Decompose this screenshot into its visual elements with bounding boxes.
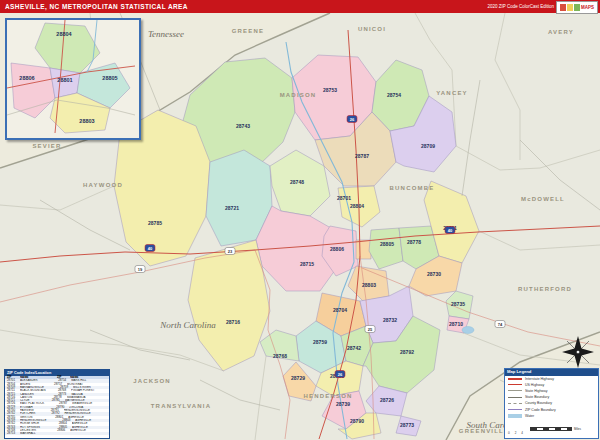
zip-label-28730: 28730 xyxy=(427,271,441,277)
zip-label-28768: 28768 xyxy=(273,353,287,359)
zip-label-28729: 28729 xyxy=(291,375,305,381)
inset-canvas: 2880428806288012880528803 xyxy=(7,20,135,134)
inset-zip-label-28806: 28806 xyxy=(19,75,34,81)
asheville-inset-map: 2880428806288012880528803 xyxy=(5,18,141,140)
county-label-avery: AVERY xyxy=(548,29,574,35)
county-label-transylvania: TRANSYLVANIA xyxy=(151,403,212,409)
inset-zip-label-28804: 28804 xyxy=(56,31,72,37)
zip-label-28753: 28753 xyxy=(323,87,337,93)
state-label-tennessee: Tennessee xyxy=(148,29,184,39)
page-title: ASHEVILLE, NC METROPOLITAN STATISTICAL A… xyxy=(5,3,188,10)
legend-symbol-county-boundary xyxy=(508,403,522,404)
zip-label-28710: 28710 xyxy=(449,321,463,327)
zip-label-28721: 28721 xyxy=(225,205,239,211)
zip-label-28805: 28805 xyxy=(380,241,394,247)
zip-label-28790: 28790 xyxy=(350,418,364,424)
legend-label: County Boundary xyxy=(525,401,552,405)
zip-label-28804: 28804 xyxy=(350,203,364,209)
logo-swatch-icon xyxy=(567,4,573,11)
legend-symbol-interstate xyxy=(508,378,522,380)
county-label-rutherford: RUTHERFORD xyxy=(518,286,572,292)
logo-swatch-icon xyxy=(560,4,566,11)
zip-label-28701: 28701 xyxy=(337,195,351,201)
zip-region-28805 xyxy=(369,228,403,269)
zip-label-28743: 28743 xyxy=(236,123,250,129)
highway-shield-label-40: 40 xyxy=(448,228,453,233)
zip-label-28742: 28742 xyxy=(347,345,361,351)
zip-label-28715: 28715 xyxy=(300,261,314,267)
legend-symbol-water xyxy=(508,414,522,418)
county-label-jackson: JACKSON xyxy=(133,378,171,384)
highway-shield-label-74: 74 xyxy=(498,322,503,327)
scale-bar xyxy=(530,427,572,432)
legend-label: Water xyxy=(525,414,534,418)
zip-label-28759: 28759 xyxy=(313,339,327,345)
header-bar: ASHEVILLE, NC METROPOLITAN STATISTICAL A… xyxy=(0,0,600,13)
zip-label-28792: 28792 xyxy=(400,349,414,355)
map-page: { "header": { "title": "ASHEVILLE, NC ME… xyxy=(0,0,600,440)
edition-label: 2020 ZIP Code ColorCast Edition xyxy=(488,4,554,9)
zip-index-rows: 28701ALEXANDER28754MARS HILL28704ARDEN28… xyxy=(5,379,109,435)
county-label-haywood: HAYWOOD xyxy=(83,182,123,188)
zip-label-28716: 28716 xyxy=(226,319,240,325)
highway-shield-label-23: 23 xyxy=(228,249,233,254)
highway-shield-label-19: 19 xyxy=(138,267,143,272)
county-label-unicoi: UNICOI xyxy=(358,26,386,32)
zip-label-28732: 28732 xyxy=(383,317,397,323)
county-label-sevier: SEVIER xyxy=(32,143,61,149)
zip-label-28773: 28773 xyxy=(400,422,414,428)
zip-index-table: ZIP Code Index/Location ZIPNAMEZIPNAME 2… xyxy=(4,369,110,439)
county-label-yancey: YANCEY xyxy=(436,90,468,96)
zip-region-28801 xyxy=(356,240,371,259)
zip-label-28754: 28754 xyxy=(387,92,401,98)
scale-bar-row: 024 Miles xyxy=(505,419,598,439)
scale-tick: 2 xyxy=(515,431,517,435)
zip-label-28726: 28726 xyxy=(380,397,394,403)
zip-label-28739: 28739 xyxy=(336,401,350,407)
county-label-buncombe: BUNCOMBE xyxy=(390,185,435,191)
scale-tick: 4 xyxy=(521,431,523,435)
logo-text: MAPS xyxy=(581,5,594,10)
legend-label: US Highway xyxy=(525,383,544,387)
zip-label-28785: 28785 xyxy=(148,220,162,226)
legend-label: Interstate Highway xyxy=(525,377,554,381)
legend-symbol-state-boundary xyxy=(508,397,522,398)
zip-index-row: 28753MARSHALL xyxy=(5,432,109,435)
scale-ticks: 024 xyxy=(508,420,528,438)
logo-swatch-icon xyxy=(574,4,580,11)
county-label-madison: MADISON xyxy=(280,92,317,98)
zip-label-28735: 28735 xyxy=(451,301,465,307)
scale-unit: Miles xyxy=(574,427,581,431)
legend-items: Interstate HighwayUS HighwayState Highwa… xyxy=(505,376,598,419)
lake xyxy=(462,327,474,334)
state-label-north-carolina: North Carolina xyxy=(159,320,216,330)
county-label-greene: GREENE xyxy=(232,28,265,34)
legend-label: State Boundary xyxy=(525,395,549,399)
zip-label-28704: 28704 xyxy=(333,307,347,313)
zip-region-28716 xyxy=(188,240,270,371)
highway-shield-label-25: 25 xyxy=(368,327,373,332)
county-label-mcdowell: McDOWELL xyxy=(521,196,565,202)
highway-shield-label-40: 40 xyxy=(148,246,153,251)
legend-symbol-us-highway xyxy=(508,384,522,385)
scale-tick: 0 xyxy=(508,431,510,435)
inset-region-28806 xyxy=(11,63,55,118)
zip-label-28806: 28806 xyxy=(330,246,344,252)
legend-label: ZIP Code Boundary xyxy=(525,408,556,412)
zip-label-28748: 28748 xyxy=(290,179,304,185)
zip-label-28709: 28709 xyxy=(421,143,435,149)
inset-zip-label-28803: 28803 xyxy=(79,118,94,124)
zip-label-28787: 28787 xyxy=(355,153,369,159)
zip-label-28803: 28803 xyxy=(362,282,376,288)
legend-label: State Highway xyxy=(525,389,548,393)
legend-symbol-state-highway xyxy=(508,390,522,391)
legend-symbol-zip-boundary xyxy=(508,409,522,410)
inset-zip-label-28801: 28801 xyxy=(57,77,72,83)
highway-shield-label-26: 26 xyxy=(350,117,355,122)
zip-label-28778: 28778 xyxy=(407,239,421,245)
highway-shield-label-26: 26 xyxy=(338,372,343,377)
county-label-henderson: HENDERSON xyxy=(303,393,352,399)
inset-zip-label-28805: 28805 xyxy=(102,75,117,81)
map-legend: Map Legend Interstate HighwayUS HighwayS… xyxy=(504,368,599,439)
publisher-logo: MAPS xyxy=(556,1,598,14)
